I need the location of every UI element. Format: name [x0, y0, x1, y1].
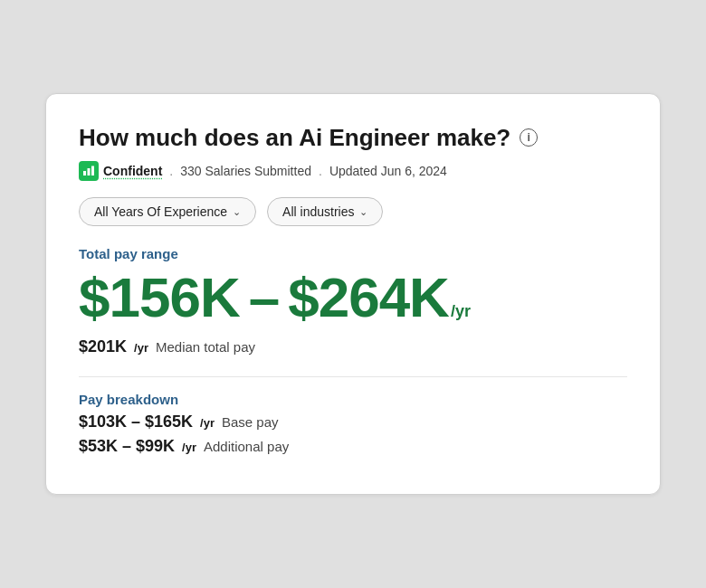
section-divider	[79, 376, 627, 377]
confident-icon	[79, 161, 99, 181]
additional-pay-range: $53K – $99K	[79, 437, 175, 456]
dot-separator-1: .	[169, 164, 173, 178]
svg-rect-1	[88, 168, 91, 175]
svg-rect-0	[83, 171, 86, 175]
experience-filter-label: All Years Of Experience	[94, 204, 227, 219]
pay-breakdown-label: Pay breakdown	[79, 392, 627, 407]
base-pay-label: Base pay	[222, 414, 279, 430]
salaries-submitted: 330 Salaries Submitted	[180, 164, 311, 178]
median-amount: $201K	[79, 337, 127, 356]
info-icon[interactable]: i	[520, 128, 538, 147]
svg-rect-2	[91, 166, 94, 176]
salary-card: How much does an Ai Engineer make? i Con…	[45, 93, 661, 496]
total-pay-label: Total pay range	[79, 246, 627, 261]
chevron-down-icon-2: ⌄	[359, 206, 367, 218]
pay-range-low: $156K	[79, 267, 240, 328]
median-row: $201K /yr Median total pay	[79, 337, 627, 356]
pay-range-dash: –	[249, 267, 279, 328]
pay-range-suffix: /yr	[451, 302, 471, 321]
base-pay-yr: /yr	[200, 416, 215, 430]
dot-separator-2: .	[319, 164, 322, 178]
additional-pay-yr: /yr	[182, 441, 196, 454]
median-yr: /yr	[134, 341, 148, 355]
base-pay-row: $103K – $165K /yr Base pay	[79, 413, 627, 432]
pay-range-high: $264K	[288, 267, 449, 328]
pay-range-row: $156K – $264K /yr	[79, 267, 627, 328]
industry-filter-label: All industries	[282, 204, 354, 219]
bar-chart-icon	[82, 165, 95, 177]
chevron-down-icon: ⌄	[233, 206, 241, 218]
updated-date: Updated Jun 6, 2024	[329, 164, 447, 178]
confident-badge: Confident	[79, 161, 162, 181]
meta-row: Confident . 330 Salaries Submitted . Upd…	[79, 161, 627, 181]
experience-filter-button[interactable]: All Years Of Experience ⌄	[79, 197, 256, 226]
industry-filter-button[interactable]: All industries ⌄	[267, 197, 383, 226]
median-label: Median total pay	[156, 339, 255, 355]
header-row: How much does an Ai Engineer make? i	[79, 123, 627, 153]
main-title: How much does an Ai Engineer make?	[79, 123, 510, 153]
base-pay-range: $103K – $165K	[79, 413, 193, 432]
confident-label[interactable]: Confident	[103, 164, 162, 178]
filters-row: All Years Of Experience ⌄ All industries…	[79, 197, 627, 226]
additional-pay-label: Additional pay	[204, 439, 289, 454]
additional-pay-row: $53K – $99K /yr Additional pay	[79, 437, 627, 456]
